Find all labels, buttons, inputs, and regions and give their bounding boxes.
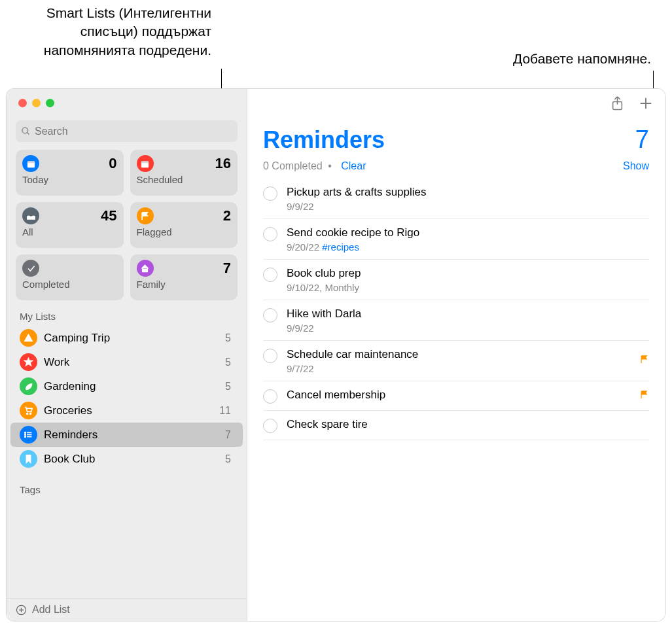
svg-point-12: [25, 432, 26, 434]
complete-checkbox[interactable]: [263, 268, 277, 282]
list-name: Camping Trip: [44, 332, 219, 345]
list-count: 11: [219, 405, 231, 417]
reminder-title: Pickup arts & crafts supplies: [287, 185, 649, 200]
app-window: 0Today16Scheduled45All2FlaggedCompleted7…: [6, 88, 665, 621]
plus-circle-icon: [16, 604, 27, 616]
svg-point-13: [25, 434, 26, 436]
bookmark-icon: [20, 450, 37, 468]
clear-completed-button[interactable]: Clear: [341, 160, 366, 171]
list-count: 7: [225, 429, 231, 441]
my-lists: Camping Trip5Work5Gardening5Groceries11R…: [7, 326, 247, 471]
maximize-window-button[interactable]: [46, 99, 54, 107]
complete-checkbox[interactable]: [263, 186, 277, 201]
list-row-groceries[interactable]: Groceries11: [10, 398, 243, 423]
callout-smart-lists: Smart Lists (Интелигентни списъци) поддъ…: [5, 4, 211, 60]
complete-checkbox[interactable]: [263, 389, 277, 404]
list-row-gardening[interactable]: Gardening5: [10, 374, 243, 398]
list-row-book-club[interactable]: Book Club5: [10, 447, 243, 471]
list-name: Book Club: [44, 453, 219, 466]
flag-icon: [137, 207, 154, 224]
list-name: Gardening: [44, 380, 219, 393]
smart-count: 16: [215, 155, 231, 172]
close-window-button[interactable]: [18, 99, 27, 107]
reminder-meta: 9/10/22, Monthly: [287, 282, 649, 293]
list-row-work[interactable]: Work5: [10, 350, 243, 374]
reminder-item[interactable]: Check spare tire: [263, 411, 649, 440]
toolbar: [247, 89, 665, 120]
my-lists-header: My Lists: [7, 300, 247, 326]
complete-checkbox[interactable]: [263, 227, 277, 241]
list-row-reminders[interactable]: Reminders7: [10, 423, 243, 447]
minimize-window-button[interactable]: [32, 99, 41, 107]
search-input[interactable]: [35, 126, 232, 137]
smart-count: 45: [101, 207, 116, 224]
list-title: Reminders: [263, 126, 385, 154]
add-list-label: Add List: [32, 604, 70, 616]
complete-checkbox[interactable]: [263, 308, 277, 323]
reminder-tag[interactable]: #recipes: [322, 241, 359, 253]
smart-lists-grid: 0Today16Scheduled45All2FlaggedCompleted7…: [7, 150, 247, 300]
smart-card-flagged[interactable]: 2Flagged: [130, 202, 238, 248]
smart-label: Scheduled: [137, 174, 232, 185]
svg-point-14: [25, 436, 26, 438]
smart-card-family[interactable]: 7Family: [130, 254, 238, 300]
tray-icon: [22, 207, 39, 224]
leaf-icon: [20, 377, 37, 395]
smart-card-today[interactable]: 0Today: [16, 150, 124, 196]
reminder-meta: 9/7/22: [287, 363, 630, 374]
star-icon: [20, 353, 37, 371]
title-row: Reminders 7: [247, 120, 665, 154]
tent-icon: [20, 329, 37, 347]
reminder-meta: 9/9/22: [287, 201, 649, 212]
svg-point-0: [22, 128, 28, 133]
list-name: Groceries: [44, 404, 213, 417]
smart-count: 0: [109, 155, 116, 172]
smart-card-scheduled[interactable]: 16Scheduled: [130, 150, 238, 196]
list-count: 5: [225, 453, 231, 465]
smart-card-all[interactable]: 45All: [16, 202, 124, 248]
main-pane: Reminders 7 0 Completed • Clear Show Pic…: [247, 89, 665, 621]
reminder-meta: 9/20/22 #recipes: [287, 241, 649, 253]
complete-checkbox[interactable]: [263, 419, 277, 433]
reminder-item[interactable]: Pickup arts & crafts supplies9/9/22: [263, 179, 649, 219]
reminder-item[interactable]: Cancel membership: [263, 381, 649, 411]
search-field[interactable]: [16, 120, 238, 142]
calendar-icon: [137, 155, 154, 172]
reminder-item[interactable]: Hike with Darla9/9/22: [263, 300, 649, 341]
add-list-button[interactable]: Add List: [7, 598, 247, 621]
smart-count: 2: [223, 207, 231, 224]
callout-add-reminder: Добавете напомняне.: [380, 50, 651, 68]
list-count: 5: [225, 332, 231, 344]
smart-card-completed[interactable]: Completed: [16, 254, 124, 300]
reminder-item[interactable]: Send cookie recipe to Rigo9/20/22 #recip…: [263, 219, 649, 260]
reminder-items: Pickup arts & crafts supplies9/9/22Send …: [247, 179, 665, 440]
completed-count: 0 Completed: [263, 160, 323, 171]
sidebar: 0Today16Scheduled45All2FlaggedCompleted7…: [7, 89, 247, 621]
reminder-item[interactable]: Schedule car maintenance9/7/22: [263, 341, 649, 381]
list-name: Work: [44, 356, 219, 369]
show-completed-button[interactable]: Show: [623, 160, 649, 172]
complete-checkbox[interactable]: [263, 349, 277, 363]
add-reminder-button[interactable]: [639, 96, 653, 114]
smart-label: Flagged: [137, 226, 232, 237]
reminder-title: Schedule car maintenance: [287, 347, 630, 362]
list-count: 5: [225, 357, 231, 368]
plus-icon: [639, 96, 653, 111]
smart-label: All: [22, 226, 117, 237]
flag-icon: [639, 390, 649, 402]
share-icon: [610, 96, 624, 111]
list-count: 5: [225, 381, 231, 392]
svg-rect-3: [27, 161, 34, 163]
svg-line-1: [27, 132, 29, 134]
cart-icon: [20, 402, 37, 419]
share-button[interactable]: [610, 96, 624, 114]
flag-icon: [639, 355, 649, 367]
subheader: 0 Completed • Clear Show: [247, 154, 665, 179]
svg-point-7: [27, 413, 28, 415]
smart-label: Completed: [22, 279, 117, 290]
reminder-item[interactable]: Book club prep9/10/22, Monthly: [263, 260, 649, 300]
list-row-camping-trip[interactable]: Camping Trip5: [10, 326, 243, 350]
window-controls: [7, 89, 247, 114]
tags-header: Tags: [7, 471, 247, 499]
svg-point-8: [30, 413, 31, 415]
